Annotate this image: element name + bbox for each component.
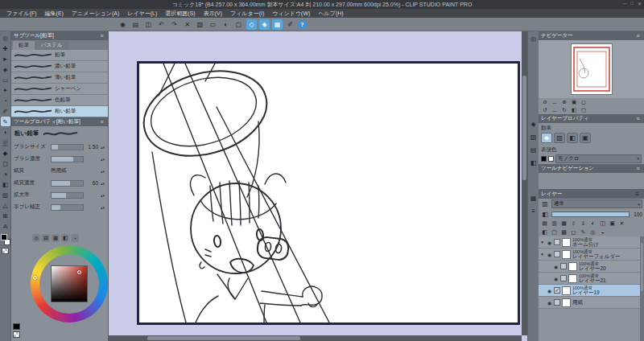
menu-item[interactable]: ウィンドウ(W)	[268, 10, 314, 18]
layer-checkbox[interactable]	[554, 239, 560, 245]
property-slider[interactable]	[51, 180, 84, 187]
extract-line-effect-icon[interactable]: ▣	[580, 133, 591, 143]
layer-checkbox[interactable]	[560, 263, 567, 269]
reference-layer-icon[interactable]: ◎	[588, 228, 597, 236]
tool-property-menu-icon[interactable]: ≡	[98, 118, 105, 125]
close-button[interactable]: ✕	[638, 1, 642, 6]
canvas-vertical-scrollbar[interactable]	[522, 31, 527, 335]
folder-expand-icon[interactable]: ▼	[540, 252, 545, 257]
main-color-swatches[interactable]	[1, 234, 10, 245]
deselect-icon[interactable]: ▭	[208, 19, 218, 30]
color-wheel[interactable]	[31, 245, 108, 323]
subtool-menu-icon[interactable]: ≡	[98, 32, 105, 39]
layer-mask-icon[interactable]: ◐	[588, 220, 597, 228]
menu-item[interactable]: レイヤー(L)	[123, 10, 161, 18]
enable-mask-icon[interactable]: ◻	[569, 228, 578, 236]
save-file-icon[interactable]: ◫	[143, 19, 154, 30]
layer-thumbnail[interactable]	[568, 262, 577, 271]
subtool-tab-pastel[interactable]: パステル	[35, 41, 68, 50]
reset-display-icon[interactable]: ▢	[580, 107, 588, 114]
layer-dock-icon[interactable]: ▦	[529, 193, 539, 203]
brush-tool-icon[interactable]: ◖	[1, 127, 10, 137]
clip-studio-home-icon[interactable]: ◉	[118, 19, 128, 30]
layer-row[interactable]: ◉✓100%通常レイヤー19	[539, 285, 644, 297]
layer-row[interactable]: ◉100%通常レイヤー20	[539, 261, 644, 273]
expression-white-chip[interactable]	[548, 156, 554, 162]
help-icon[interactable]: ?	[298, 20, 307, 29]
color-set-tab-icon[interactable]: ▦	[52, 234, 60, 242]
fill-icon[interactable]: ▧	[195, 19, 205, 30]
layer-thumbnail[interactable]	[562, 238, 571, 247]
canvas-page[interactable]	[137, 61, 520, 325]
layer-row[interactable]: ▼◉100%通常レイヤーフォルダー	[539, 249, 644, 261]
color-history-tab-icon[interactable]: ◔	[71, 234, 79, 242]
spinner-arrows-icon[interactable]: ▴▾	[100, 182, 105, 185]
brush-item[interactable]: 色鉛筆	[11, 95, 108, 106]
layer-row[interactable]: ◉100%通常レイヤー21	[539, 273, 644, 285]
navigator-menu-icon[interactable]: ≡	[634, 32, 642, 39]
selection-tool-icon[interactable]: ▭	[1, 75, 10, 84]
layer-scroll-thumb[interactable]	[641, 243, 643, 291]
spinner-arrows-icon[interactable]: ▴▾	[100, 146, 105, 149]
expression-black-chip[interactable]	[541, 156, 547, 162]
clear-icon[interactable]: ✕	[182, 19, 192, 30]
property-slider[interactable]	[51, 144, 84, 150]
tone-effect-icon[interactable]: ▨	[554, 133, 565, 143]
menu-item[interactable]: 表示(V)	[200, 10, 226, 18]
actual-size-icon[interactable]: ◻	[580, 99, 588, 106]
layer-checkbox[interactable]	[554, 299, 560, 306]
brush-item[interactable]: 薄い鉛筆	[11, 72, 108, 84]
brush-item[interactable]: 粗い鉛筆	[11, 106, 108, 117]
quick-access-dock-icon[interactable]: ◎	[529, 34, 539, 43]
layer-visibility-icon[interactable]: ◉	[547, 288, 552, 294]
transparent-swatch[interactable]	[13, 331, 20, 338]
menu-item[interactable]: フィルター(I)	[226, 10, 268, 18]
layer-visibility-icon[interactable]: ◉	[553, 264, 559, 269]
move-tool-icon[interactable]: ✚	[1, 43, 10, 53]
zoom-tool-icon[interactable]: ◎	[1, 33, 10, 43]
property-text-value[interactable]: 画用紙	[51, 167, 98, 175]
menu-item[interactable]: ファイル(F)	[2, 10, 41, 18]
layer-checkbox[interactable]	[554, 251, 560, 257]
layer-list-scrollbar[interactable]	[640, 236, 644, 341]
layer-thumbnail[interactable]	[562, 250, 571, 259]
menu-item[interactable]: ヘルプ(H)	[314, 10, 347, 18]
layer-color-effect-icon[interactable]: ◧	[567, 133, 578, 143]
spinner-arrows-icon[interactable]: ▴▾	[100, 158, 105, 161]
subtool-tab-pencil[interactable]: 鉛筆	[13, 41, 35, 50]
layer-search-dock-icon[interactable]: ≡	[529, 206, 539, 216]
eyedropper-tool-icon[interactable]: ◔	[1, 96, 10, 105]
gradient-tool-icon[interactable]: ▥	[1, 190, 10, 199]
rotate-slider-icon[interactable]: ─	[551, 107, 559, 114]
property-slider[interactable]	[51, 204, 84, 211]
delete-layer-icon[interactable]: ✕	[617, 220, 626, 228]
pen-tool-icon[interactable]: ✐	[1, 106, 10, 116]
black-swatch[interactable]	[13, 323, 20, 330]
apply-mask-icon[interactable]: ◫	[598, 220, 607, 228]
selection-border-icon[interactable]: ▢	[233, 19, 244, 30]
text-tool-icon[interactable]: A	[1, 221, 10, 231]
navigator-preview[interactable]	[539, 40, 644, 98]
folder-expand-icon[interactable]: ▼	[540, 240, 545, 244]
border-effect-icon[interactable]: ◈	[541, 133, 552, 143]
tool-navigation-menu-icon[interactable]: ≡	[634, 165, 642, 172]
layer-checkbox[interactable]: ✓	[554, 287, 560, 294]
layer-thumbnail[interactable]	[568, 274, 577, 283]
auto-select-tool-icon[interactable]: ✦	[1, 85, 10, 95]
eraser-tool-icon[interactable]: ◻	[1, 158, 10, 168]
decoration-tool-icon[interactable]: ◆	[1, 148, 10, 158]
frame-border-tool-icon[interactable]: ⊞	[1, 211, 10, 220]
navigator-panel-header[interactable]: ナビゲーター ≡	[539, 31, 644, 40]
layer-property-panel-header[interactable]: レイヤープロパティ ≡	[539, 114, 644, 123]
tool-navigation-panel-header[interactable]: ツールナビゲーション ≡	[539, 164, 644, 173]
layer-property-menu-icon[interactable]: ≡	[634, 115, 642, 122]
main-color-swatch[interactable]	[1, 234, 7, 240]
lock-layer-icon[interactable]: ▢	[550, 228, 559, 236]
two-pane-view-icon[interactable]: ▣	[608, 220, 617, 228]
snap-ruler-icon[interactable]: ◇	[246, 19, 257, 30]
color-slider-tab-icon[interactable]: ▤	[42, 234, 50, 242]
color-wheel-tab-icon[interactable]: ◎	[32, 234, 40, 242]
layers-menu-icon[interactable]: ≡	[632, 189, 642, 199]
pen-pressure-settings-icon[interactable]: ✐	[285, 19, 295, 30]
new-raster-layer-icon[interactable]: ▤	[540, 220, 549, 228]
